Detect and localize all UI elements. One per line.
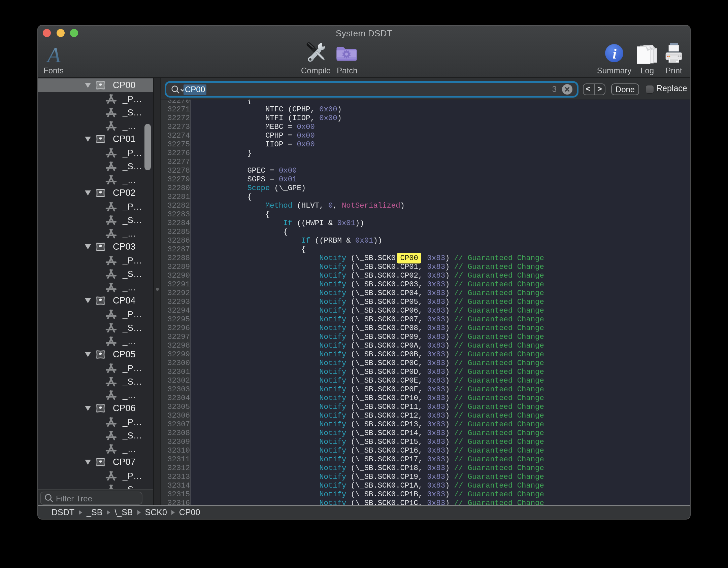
svg-text:i: i bbox=[613, 46, 617, 62]
svg-text:A: A bbox=[46, 46, 61, 64]
